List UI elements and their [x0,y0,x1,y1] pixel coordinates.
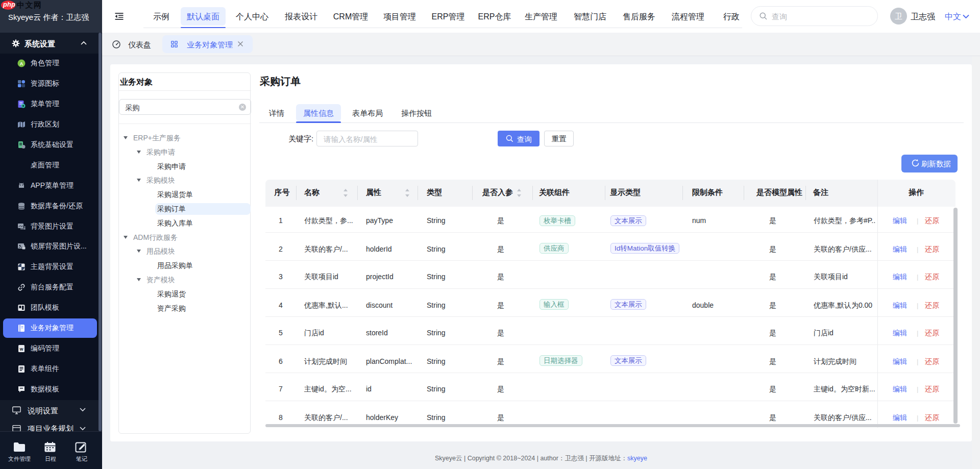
svg-text:w: w [19,347,23,352]
svg-text:A: A [20,61,23,66]
